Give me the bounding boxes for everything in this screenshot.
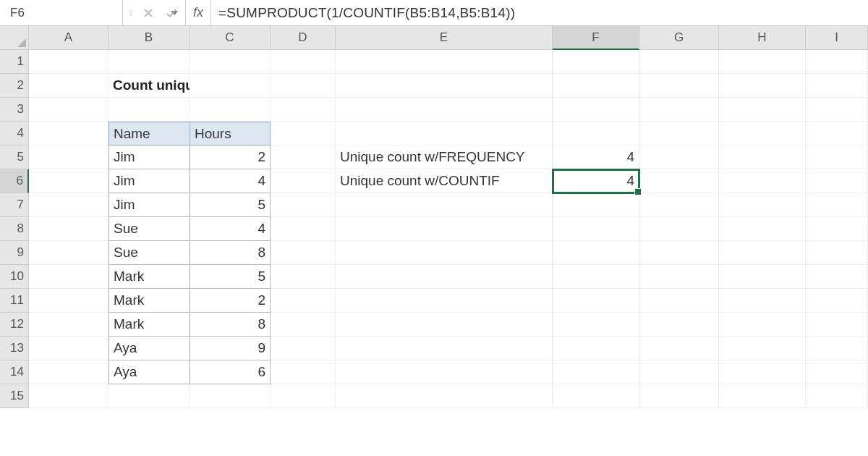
row-header-3[interactable]: 3	[0, 98, 29, 122]
cell-G13[interactable]	[639, 337, 719, 360]
row-header-6[interactable]: 6	[0, 169, 29, 193]
cell-F4[interactable]	[553, 122, 639, 145]
cell-E13[interactable]	[336, 337, 553, 360]
row-header-4[interactable]: 4	[0, 122, 29, 145]
cell-I2[interactable]	[806, 74, 868, 98]
enter-icon[interactable]	[163, 5, 179, 21]
cell-C11[interactable]: 2	[190, 289, 271, 313]
cell-A6[interactable]	[29, 169, 109, 193]
cell-I6[interactable]	[806, 169, 868, 193]
row-header-12[interactable]: 12	[0, 313, 29, 337]
cell-D1[interactable]	[271, 50, 336, 74]
cell-B10[interactable]: Mark	[109, 265, 190, 289]
cell-D11[interactable]	[271, 289, 336, 313]
cell-G9[interactable]	[639, 241, 719, 265]
cell-A3[interactable]	[29, 98, 109, 122]
cell-I11[interactable]	[806, 289, 868, 313]
cell-C13[interactable]: 9	[190, 337, 271, 360]
col-header-B[interactable]: B	[109, 26, 190, 50]
cell-D13[interactable]	[271, 337, 336, 360]
cell-G5[interactable]	[639, 145, 719, 169]
cell-C14[interactable]: 6	[190, 360, 271, 384]
cell-G12[interactable]	[639, 313, 719, 337]
cell-B1[interactable]	[109, 50, 190, 74]
cell-I4[interactable]	[806, 122, 868, 145]
cell-I8[interactable]	[806, 217, 868, 241]
cell-I9[interactable]	[806, 241, 868, 265]
cell-H11[interactable]	[719, 289, 806, 313]
row-header-10[interactable]: 10	[0, 265, 29, 289]
cell-F2[interactable]	[553, 74, 639, 98]
cell-D8[interactable]	[271, 217, 336, 241]
cell-B2[interactable]: Count unique text values	[109, 74, 190, 98]
cell-H12[interactable]	[719, 313, 806, 337]
cell-G4[interactable]	[639, 122, 719, 145]
cell-B13[interactable]: Aya	[109, 337, 190, 360]
cell-B15[interactable]	[109, 384, 190, 408]
cell-E12[interactable]	[336, 313, 553, 337]
cell-A2[interactable]	[29, 74, 109, 98]
row-header-15[interactable]: 15	[0, 384, 29, 408]
cell-E4[interactable]	[336, 122, 553, 145]
cell-C4[interactable]: Hours	[190, 122, 271, 145]
cell-G14[interactable]	[639, 360, 719, 384]
row-header-1[interactable]: 1	[0, 50, 29, 74]
cell-B8[interactable]: Sue	[109, 217, 190, 241]
row-header-2[interactable]: 2	[0, 74, 29, 98]
cell-C9[interactable]: 8	[190, 241, 271, 265]
cell-B11[interactable]: Mark	[109, 289, 190, 313]
cell-A7[interactable]	[29, 193, 109, 217]
cell-G7[interactable]	[639, 193, 719, 217]
cell-F15[interactable]	[553, 384, 639, 408]
cell-A8[interactable]	[29, 217, 109, 241]
col-header-C[interactable]: C	[190, 26, 271, 50]
cell-B5[interactable]: Jim	[109, 145, 190, 169]
cell-D5[interactable]	[271, 145, 336, 169]
row-header-9[interactable]: 9	[0, 241, 29, 265]
cell-F11[interactable]	[553, 289, 639, 313]
cell-A10[interactable]	[29, 265, 109, 289]
cell-E15[interactable]	[336, 384, 553, 408]
cell-G3[interactable]	[639, 98, 719, 122]
cell-D9[interactable]	[271, 241, 336, 265]
cell-A4[interactable]	[29, 122, 109, 145]
col-header-F[interactable]: F	[553, 26, 639, 50]
cell-G2[interactable]	[639, 74, 719, 98]
cell-F3[interactable]	[553, 98, 639, 122]
cell-C6[interactable]: 4	[190, 169, 271, 193]
col-header-D[interactable]: D	[271, 26, 336, 50]
cell-H3[interactable]	[719, 98, 806, 122]
col-header-A[interactable]: A	[29, 26, 109, 50]
row-header-11[interactable]: 11	[0, 289, 29, 313]
cell-G10[interactable]	[639, 265, 719, 289]
cell-A12[interactable]	[29, 313, 109, 337]
cell-E5[interactable]: Unique count w/FREQUENCY	[336, 145, 553, 169]
cell-C1[interactable]	[190, 50, 271, 74]
cell-A11[interactable]	[29, 289, 109, 313]
cell-C2[interactable]	[190, 74, 271, 98]
cell-F1[interactable]	[553, 50, 639, 74]
cell-C15[interactable]	[190, 384, 271, 408]
cell-H14[interactable]	[719, 360, 806, 384]
cell-G1[interactable]	[639, 50, 719, 74]
cell-F8[interactable]	[553, 217, 639, 241]
cell-E2[interactable]	[336, 74, 553, 98]
cancel-icon[interactable]	[140, 5, 156, 21]
cell-H7[interactable]	[719, 193, 806, 217]
cell-I10[interactable]	[806, 265, 868, 289]
cell-F7[interactable]	[553, 193, 639, 217]
cell-F6[interactable]: 4	[553, 169, 639, 193]
cell-I5[interactable]	[806, 145, 868, 169]
row-header-5[interactable]: 5	[0, 145, 29, 169]
formula-input[interactable]: =SUMPRODUCT(1/COUNTIF(B5:B14,B5:B14))	[211, 0, 868, 25]
select-all-corner[interactable]	[0, 26, 29, 50]
insert-function-button[interactable]: fx	[186, 0, 211, 25]
cell-G8[interactable]	[639, 217, 719, 241]
cell-I12[interactable]	[806, 313, 868, 337]
cell-E9[interactable]	[336, 241, 553, 265]
cell-G11[interactable]	[639, 289, 719, 313]
cell-E1[interactable]	[336, 50, 553, 74]
cell-D2[interactable]	[271, 74, 336, 98]
cell-D7[interactable]	[271, 193, 336, 217]
cell-D15[interactable]	[271, 384, 336, 408]
